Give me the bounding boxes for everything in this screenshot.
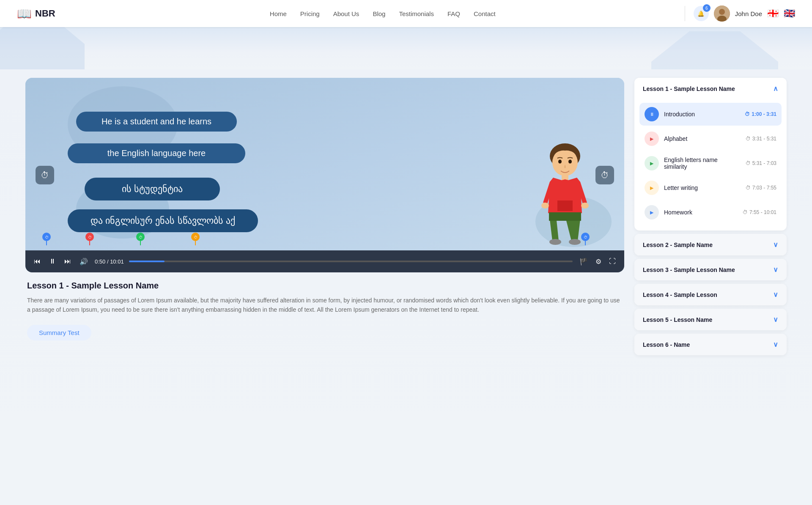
accordion-chevron-4: ∨ bbox=[773, 291, 778, 299]
progress-fill bbox=[129, 261, 165, 262]
svg-point-16 bbox=[568, 160, 572, 164]
lesson-accordion-5: Lesson 5 - Lesson Name ∨ bbox=[634, 309, 787, 330]
accordion-header-6[interactable]: Lesson 6 - Name ∨ bbox=[634, 334, 787, 355]
svg-point-19 bbox=[581, 203, 589, 209]
svg-point-1 bbox=[719, 9, 725, 15]
pause-icon: ⏸ bbox=[650, 112, 654, 117]
lesson-item-letters[interactable]: ▶ English letters name similarity ⏱ 5:31… bbox=[639, 152, 782, 175]
skip-back-button[interactable]: ⏮ bbox=[32, 256, 42, 267]
marker-green: ⏱ bbox=[135, 233, 145, 248]
nav-contact[interactable]: Contact bbox=[474, 10, 496, 17]
accordion-chevron-6: ∨ bbox=[773, 340, 778, 349]
nav-blog[interactable]: Blog bbox=[373, 10, 385, 17]
progress-bar[interactable] bbox=[129, 261, 573, 262]
accordion-chevron-5: ∨ bbox=[773, 316, 778, 324]
play-circle-alphabet: ▶ bbox=[645, 132, 659, 146]
video-scene: He is a student and he learns the Englis… bbox=[25, 78, 624, 272]
lesson-item-name-homework: Homework bbox=[664, 209, 738, 216]
lesson-item-alphabet[interactable]: ▶ Alphabet ⏱ 3:31 - 5:31 bbox=[639, 127, 782, 150]
character-svg bbox=[531, 137, 599, 247]
marker-blue: ⏱ bbox=[41, 233, 52, 248]
play-circle-writing: ▶ bbox=[645, 181, 659, 195]
lesson-accordion-1: Lesson 1 - Sample Lesson Name ∧ ⏸ Introd… bbox=[634, 78, 787, 231]
svg-point-14 bbox=[552, 149, 578, 176]
georgian-flag-button[interactable]: 🇬🇪 bbox=[767, 8, 779, 19]
markers-row: ⏱ ⏱ ⏱ ⏱ ⏱ bbox=[34, 236, 616, 248]
lesson-description: There are many variations of passages of… bbox=[27, 296, 623, 315]
play-circle-letters: ▶ bbox=[645, 156, 659, 170]
accordion-header-4[interactable]: Lesson 4 - Sample Lesson ∨ bbox=[634, 284, 787, 305]
svg-point-18 bbox=[541, 203, 549, 209]
play-icon-alphabet: ▶ bbox=[650, 136, 653, 142]
nav-home[interactable]: Home bbox=[270, 10, 287, 17]
lesson-accordion-6: Lesson 6 - Name ∨ bbox=[634, 334, 787, 355]
svg-text:⏱: ⏱ bbox=[194, 235, 198, 239]
accordion-title-1: Lesson 1 - Sample Lesson Name bbox=[643, 85, 735, 92]
lesson-item-time-alphabet: ⏱ 3:31 - 5:31 bbox=[746, 136, 776, 142]
accordion-chevron-2: ∨ bbox=[773, 241, 778, 249]
play-icon-writing: ▶ bbox=[650, 185, 653, 191]
flag-button[interactable]: 🏴 bbox=[578, 256, 590, 267]
clock-icon-homework: ⏱ bbox=[743, 209, 748, 215]
lesson-item-introduction[interactable]: ⏸ Introduction ⏱ 1:00 - 3:31 bbox=[639, 103, 782, 126]
avatar bbox=[714, 5, 730, 22]
lesson-item-time-introduction: ⏱ 1:00 - 3:31 bbox=[745, 111, 776, 117]
play-circle-homework: ▶ bbox=[645, 205, 659, 220]
lesson-item-name-introduction: Introduction bbox=[664, 111, 740, 118]
notification-badge: 6 bbox=[703, 4, 710, 12]
play-icon-homework: ▶ bbox=[650, 210, 653, 215]
svg-point-21 bbox=[549, 239, 561, 245]
lesson-item-writing[interactable]: ▶ Letter writing ⏱ 7:03 - 7:55 bbox=[639, 176, 782, 199]
accordion-header-1[interactable]: Lesson 1 - Sample Lesson Name ∧ bbox=[634, 78, 787, 99]
summary-test-button[interactable]: Summary Test bbox=[27, 325, 91, 340]
svg-point-22 bbox=[569, 239, 581, 245]
clock-icon-writing: ⏱ bbox=[746, 185, 751, 191]
accordion-title-2: Lesson 2 - Sample Name bbox=[643, 242, 713, 248]
volume-button[interactable]: 🔊 bbox=[78, 256, 90, 267]
clock-icon-alphabet: ⏱ bbox=[746, 136, 751, 142]
accordion-header-5[interactable]: Lesson 5 - Lesson Name ∨ bbox=[634, 309, 787, 330]
nav-testimonials[interactable]: Testimonials bbox=[399, 10, 434, 17]
clock-icon-introduction: ⏱ bbox=[745, 111, 750, 117]
bell-icon: 🔔 bbox=[697, 11, 705, 17]
speech-bubble-georgian-1: ის სტუდენტია bbox=[85, 178, 220, 200]
accordion-header-2[interactable]: Lesson 2 - Sample Name ∨ bbox=[634, 234, 787, 255]
video-controls: ⏮ ⏸ ⏭ 🔊 0:50 / 10:01 🏴 ⚙ ⛶ bbox=[25, 250, 624, 272]
skip-forward-button[interactable]: ⏭ bbox=[63, 256, 73, 267]
video-container: He is a student and he learns the Englis… bbox=[25, 78, 624, 272]
lesson-item-time-homework: ⏱ 7:55 - 10:01 bbox=[743, 209, 776, 215]
accordion-chevron-3: ∨ bbox=[773, 266, 778, 274]
accordion-header-3[interactable]: Lesson 3 - Sample Lesson Name ∨ bbox=[634, 259, 787, 280]
lesson-item-homework[interactable]: ▶ Homework ⏱ 7:55 - 10:01 bbox=[639, 201, 782, 224]
logo[interactable]: 📖 NBR bbox=[17, 7, 55, 21]
fullscreen-button[interactable]: ⛶ bbox=[607, 256, 617, 267]
accordion-body-1: ⏸ Introduction ⏱ 1:00 - 3:31 ▶ Alphabet bbox=[634, 99, 787, 231]
nav-faq[interactable]: FAQ bbox=[447, 10, 460, 17]
navbar-right: 🔔 6 John Doe 🇬🇪 🇬🇧 bbox=[694, 5, 795, 22]
accordion-title-6: Lesson 6 - Name bbox=[643, 341, 690, 348]
nav-pricing[interactable]: Pricing bbox=[300, 10, 320, 17]
speech-bubble-english-2: the English language here bbox=[68, 143, 245, 163]
lesson-accordion-2: Lesson 2 - Sample Name ∨ bbox=[634, 234, 787, 255]
svg-rect-20 bbox=[549, 212, 581, 221]
nav-divider bbox=[685, 6, 685, 21]
character-illustration bbox=[531, 137, 599, 247]
lesson-item-time-writing: ⏱ 7:03 - 7:55 bbox=[746, 185, 776, 191]
uk-flag-button[interactable]: 🇬🇧 bbox=[784, 8, 795, 19]
notification-button[interactable]: 🔔 6 bbox=[694, 6, 709, 21]
clock-icon-letters: ⏱ bbox=[746, 160, 751, 166]
timer-icon-left[interactable]: ⏱ bbox=[36, 166, 54, 184]
lesson-info: Lesson 1 - Sample Lesson Name There are … bbox=[25, 272, 624, 349]
speech-bubble-english-1: He is a student and he learns bbox=[76, 112, 237, 132]
marker-red: ⏱ bbox=[85, 233, 95, 248]
settings-button[interactable]: ⚙ bbox=[594, 256, 603, 267]
right-column: Lesson 1 - Sample Lesson Name ∧ ⏸ Introd… bbox=[634, 78, 787, 433]
pause-button[interactable]: ⏸ bbox=[47, 256, 58, 267]
logo-icon: 📖 bbox=[17, 7, 32, 21]
controls-right: 🏴 ⚙ ⛶ bbox=[578, 256, 617, 267]
navbar: 📖 NBR Home Pricing About Us Blog Testimo… bbox=[0, 0, 812, 27]
nav-about[interactable]: About Us bbox=[333, 10, 359, 17]
avatar-image bbox=[714, 5, 730, 22]
lesson-item-name-letters: English letters name similarity bbox=[664, 156, 741, 170]
time-display: 0:50 / 10:01 bbox=[95, 258, 124, 265]
